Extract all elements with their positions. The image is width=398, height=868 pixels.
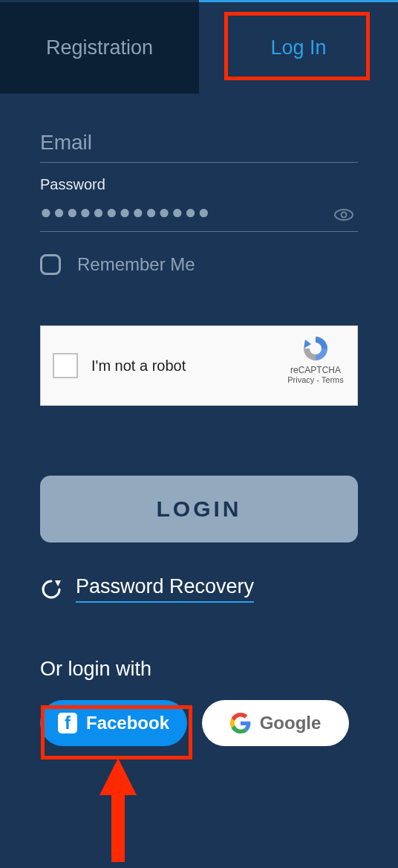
- refresh-icon: [40, 578, 62, 600]
- password-recovery-link[interactable]: Password Recovery: [76, 575, 254, 603]
- password-recovery-row: Password Recovery: [40, 575, 358, 603]
- password-value: ●●●●●●●●●●●●●: [40, 201, 358, 224]
- auth-tabs: Registration Log In: [0, 2, 398, 94]
- recaptcha-checkbox[interactable]: [53, 353, 78, 378]
- password-field[interactable]: Password ●●●●●●●●●●●●●: [40, 176, 358, 232]
- svg-point-1: [342, 213, 347, 218]
- recaptcha-widget: I'm not a robot reCAPTCHA Privacy - Term…: [40, 326, 358, 406]
- facebook-login-button[interactable]: f Facebook: [40, 700, 187, 746]
- recaptcha-text: I'm not a robot: [91, 357, 186, 375]
- recaptcha-terms-link[interactable]: Terms: [322, 375, 344, 384]
- email-placeholder: Email: [40, 131, 358, 155]
- remember-me-label: Remember Me: [77, 254, 195, 275]
- email-field[interactable]: Email: [40, 131, 358, 163]
- login-form: Email Password ●●●●●●●●●●●●● Remember Me…: [0, 94, 398, 746]
- password-label: Password: [40, 176, 358, 193]
- facebook-icon: f: [58, 713, 77, 733]
- tab-login[interactable]: Log In: [199, 2, 398, 94]
- facebook-label: Facebook: [86, 713, 169, 733]
- login-button[interactable]: LOGIN: [40, 476, 358, 542]
- remember-me-row: Remember Me: [40, 254, 358, 275]
- or-login-with-label: Or login with: [40, 658, 358, 681]
- svg-marker-3: [55, 580, 61, 586]
- google-label: Google: [260, 713, 322, 733]
- annotation-arrow-icon: [100, 758, 137, 862]
- recaptcha-privacy-link[interactable]: Privacy: [287, 375, 314, 384]
- svg-marker-2: [304, 340, 311, 349]
- recaptcha-name: reCAPTCHA: [286, 365, 345, 375]
- recaptcha-badge: reCAPTCHA Privacy - Terms: [286, 334, 345, 384]
- social-login-row: f Facebook Google: [40, 700, 358, 746]
- svg-point-0: [335, 210, 353, 220]
- recaptcha-links: Privacy - Terms: [286, 375, 345, 384]
- eye-icon[interactable]: [334, 209, 353, 221]
- tab-registration[interactable]: Registration: [0, 2, 199, 94]
- google-login-button[interactable]: Google: [202, 700, 349, 746]
- recaptcha-logo-icon: [286, 334, 345, 363]
- svg-marker-4: [100, 758, 137, 862]
- google-icon: [230, 713, 251, 733]
- remember-me-checkbox[interactable]: [40, 254, 61, 275]
